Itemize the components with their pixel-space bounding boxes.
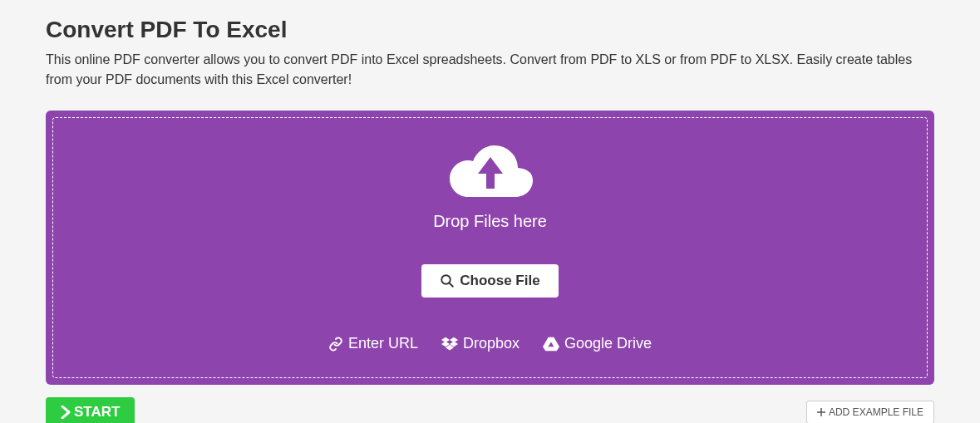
google-drive-label: Google Drive: [564, 335, 652, 352]
choose-file-button[interactable]: Choose File: [421, 264, 558, 298]
choose-file-label: Choose File: [460, 273, 539, 289]
start-button[interactable]: START: [46, 397, 135, 423]
add-example-label: ADD EXAMPLE FILE: [829, 406, 923, 418]
enter-url-option[interactable]: Enter URL: [328, 335, 418, 352]
search-icon: [440, 273, 455, 288]
page-title: Convert PDF To Excel: [46, 17, 934, 43]
source-options: Enter URL Dropbox Google Drive: [70, 335, 910, 352]
plus-icon: [817, 408, 825, 416]
bottom-action-bar: START ADD EXAMPLE FILE: [46, 397, 934, 423]
chevron-right-icon: [61, 406, 71, 419]
page-description: This online PDF converter allows you to …: [46, 50, 934, 90]
dropzone-inner: Drop Files here Choose File Enter URL: [52, 117, 928, 378]
dropbox-option[interactable]: Dropbox: [441, 335, 520, 352]
svg-line-1: [450, 283, 454, 287]
google-drive-option[interactable]: Google Drive: [543, 335, 652, 352]
link-icon: [328, 337, 343, 352]
google-drive-icon: [543, 337, 559, 352]
cloud-upload-icon: [445, 139, 536, 205]
file-dropzone[interactable]: Drop Files here Choose File Enter URL: [46, 111, 934, 385]
dropbox-icon: [441, 337, 458, 352]
enter-url-label: Enter URL: [348, 335, 418, 352]
dropbox-label: Dropbox: [463, 335, 520, 352]
drop-files-label: Drop Files here: [70, 212, 910, 231]
add-example-file-button[interactable]: ADD EXAMPLE FILE: [806, 401, 934, 423]
start-label: START: [74, 404, 120, 421]
